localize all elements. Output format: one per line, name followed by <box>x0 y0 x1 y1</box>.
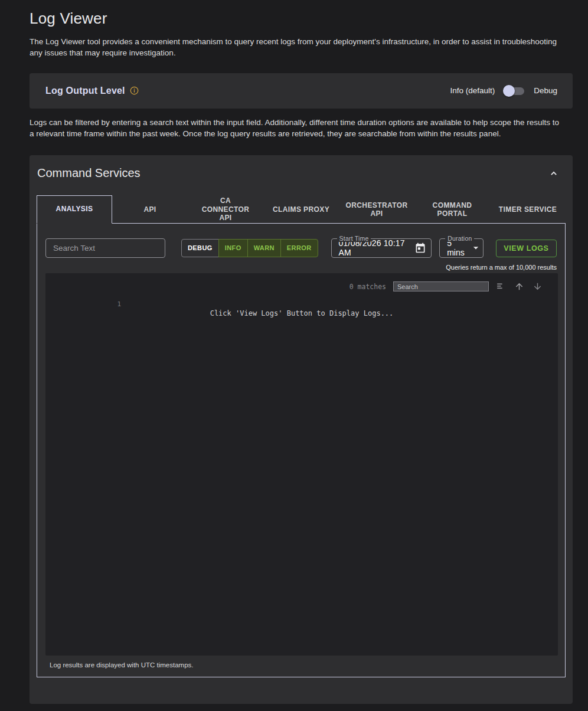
level-debug-button[interactable]: DEBUG <box>181 239 219 257</box>
tab-label: CLAIMS PROXY <box>273 205 329 214</box>
start-time-field[interactable]: Start Time 01/08/2026 10:17 AM <box>331 238 432 258</box>
start-time-label: Start Time <box>337 235 371 242</box>
tab-label: API <box>143 205 156 214</box>
service-tabs: ANALYSIS API CA CONNECTOR API CLAIMS PRO… <box>37 195 566 224</box>
calendar-button[interactable] <box>414 242 426 254</box>
log-filter-row: DEBUG INFO WARN ERROR Start Time 01/08/2… <box>45 238 557 258</box>
log-output-level-label: Log Output Level <box>45 86 125 96</box>
arrow-up-icon <box>514 281 524 291</box>
align-left-lines-icon <box>496 281 506 291</box>
arrow-down-icon <box>533 281 543 291</box>
toggle-off-label: Info (default) <box>450 86 495 95</box>
page-title: Log Viewer <box>30 9 573 28</box>
level-warn-button[interactable]: WARN <box>247 239 281 257</box>
previous-match-button[interactable] <box>513 281 525 291</box>
tab-command-portal[interactable]: COMMAND PORTAL <box>414 195 490 224</box>
tab-label: ORCHESTRATOR API <box>345 201 407 218</box>
tab-timer-service[interactable]: TIMER SERVICE <box>490 195 566 224</box>
line-number: 1 <box>45 300 121 308</box>
log-output-level-title: Log Output Level <box>45 86 139 96</box>
calendar-icon <box>414 242 426 254</box>
log-results-search-input[interactable] <box>393 281 489 291</box>
tab-orchestrator-api[interactable]: ORCHESTRATOR API <box>339 195 414 224</box>
analysis-tab-panel: DEBUG INFO WARN ERROR Start Time 01/08/2… <box>37 223 566 677</box>
log-results-toolbar: 0 matches <box>45 273 558 292</box>
tab-ca-connector-api[interactable]: CA CONNECTOR API <box>188 195 263 224</box>
tab-label: ANALYSIS <box>56 205 93 213</box>
log-output-level-bar: Log Output Level Info (default) Debug <box>30 73 573 109</box>
view-logs-button[interactable]: VIEW LOGS <box>496 240 557 257</box>
max-results-note: Queries return a max of 10,000 results <box>45 264 557 271</box>
toggle-knob <box>503 85 515 97</box>
tab-api[interactable]: API <box>112 195 188 224</box>
tab-claims-proxy[interactable]: CLAIMS PROXY <box>263 195 339 224</box>
filter-note-paragraph: Logs can be filtered by entering a searc… <box>30 117 564 140</box>
tab-label: TIMER SERVICE <box>499 205 557 214</box>
intro-paragraph: The Log Viewer tool provides a convenien… <box>30 37 564 59</box>
log-level-toggle[interactable] <box>503 85 525 97</box>
match-count: 0 matches <box>349 283 386 291</box>
command-services-panel: Command Services ANALYSIS API CA CONNECT… <box>30 155 573 704</box>
log-results-panel: 0 matches <box>45 273 558 656</box>
command-services-title: Command Services <box>37 166 141 180</box>
tab-label: CA CONNECTOR API <box>195 196 256 222</box>
duration-label: Duration <box>445 235 474 242</box>
collapse-panel-button[interactable] <box>545 165 562 182</box>
info-icon[interactable] <box>130 86 139 95</box>
chevron-up-icon <box>548 168 560 179</box>
tab-analysis[interactable]: ANALYSIS <box>37 195 112 224</box>
caret-down-icon <box>470 242 482 254</box>
command-services-header: Command Services <box>37 165 566 182</box>
next-match-button[interactable] <box>531 281 544 291</box>
level-error-button[interactable]: ERROR <box>280 239 318 257</box>
empty-logs-message: Click 'View Logs' Button to Display Logs… <box>45 309 558 317</box>
search-text-input[interactable] <box>45 238 165 258</box>
whole-line-match-button[interactable] <box>495 281 507 291</box>
level-info-button[interactable]: INFO <box>218 239 248 257</box>
page: Log Viewer The Log Viewer tool provides … <box>0 0 588 704</box>
tab-label: COMMAND PORTAL <box>422 201 482 218</box>
toggle-on-label: Debug <box>534 86 557 95</box>
duration-select[interactable]: Duration 5 mins <box>439 238 484 258</box>
log-level-toggle-group: Info (default) Debug <box>450 85 557 97</box>
utc-timestamps-note: Log results are displayed with UTC times… <box>45 661 557 670</box>
log-level-button-group: DEBUG INFO WARN ERROR <box>181 239 318 257</box>
